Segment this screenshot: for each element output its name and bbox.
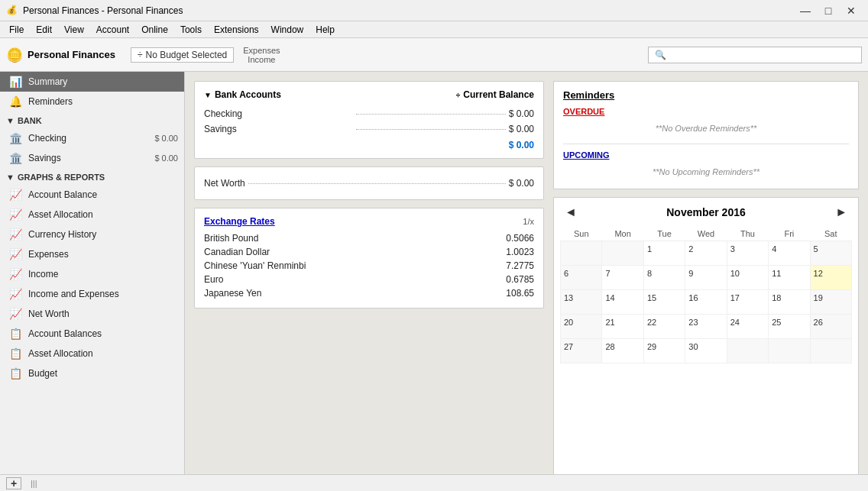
- minimize-button[interactable]: —: [795, 3, 816, 18]
- close-button[interactable]: ✕: [840, 3, 862, 18]
- search-input[interactable]: [669, 50, 855, 60]
- card-title-left: ▼ Bank Accounts: [204, 89, 281, 100]
- exchange-row-value: 0.5066: [506, 233, 534, 244]
- calendar-day-cell[interactable]: 23: [685, 315, 727, 339]
- calendar-day-cell[interactable]: 5: [810, 241, 851, 266]
- calendar-day-cell[interactable]: 21: [602, 315, 643, 339]
- sidebar-item-currency-history[interactable]: 📈 Currency History: [0, 225, 184, 244]
- budget-selector[interactable]: ÷ No Budget Selected: [131, 47, 234, 63]
- bank-row-dots: [356, 129, 505, 130]
- menu-item-window[interactable]: Window: [265, 23, 310, 37]
- asset-allocation-icon: 📈: [9, 208, 22, 221]
- calendar-day-cell[interactable]: 28: [602, 339, 643, 363]
- calendar-day-header: Thu: [727, 227, 768, 241]
- sidebar-item-net-worth[interactable]: 📈 Net Worth: [0, 304, 184, 324]
- bank-row-value: $ 0.00: [509, 124, 534, 134]
- asset-allocation2-label: Asset Allocation: [28, 348, 178, 359]
- menu-item-account[interactable]: Account: [90, 23, 135, 37]
- calendar-day-header: Fri: [769, 227, 810, 241]
- add-button[interactable]: +: [6, 477, 21, 489]
- calendar-day-cell[interactable]: 17: [727, 290, 768, 315]
- calendar-day-cell[interactable]: 12: [810, 266, 851, 290]
- calendar-title: November 2016: [666, 206, 746, 218]
- checking-value: $ 0.00: [154, 134, 178, 143]
- calendar-day-cell[interactable]: 8: [643, 266, 685, 290]
- exchange-row-name: British Pound: [204, 233, 258, 244]
- calendar-day-cell[interactable]: 6: [561, 266, 602, 290]
- calendar-day-cell[interactable]: 25: [769, 315, 810, 339]
- calendar-day-cell[interactable]: 7: [602, 266, 643, 290]
- calendar-next-button[interactable]: ►: [831, 204, 852, 221]
- calendar-day-cell[interactable]: 9: [685, 266, 727, 290]
- calendar-day-cell[interactable]: 3: [727, 241, 768, 266]
- calendar-day-cell[interactable]: 2: [685, 241, 727, 266]
- calendar-day-cell: [769, 339, 810, 363]
- sidebar-item-expenses[interactable]: 📈 Expenses: [0, 244, 184, 264]
- sidebar-item-asset-allocation[interactable]: 📈 Asset Allocation: [0, 205, 184, 225]
- rate-label: 1/x: [523, 217, 534, 226]
- calendar-day-cell[interactable]: 22: [643, 315, 685, 339]
- menu-item-edit[interactable]: Edit: [30, 23, 58, 37]
- sidebar-item-checking[interactable]: 🏛️ Checking $ 0.00: [0, 128, 184, 148]
- sidebar-item-savings[interactable]: 🏛️ Savings $ 0.00: [0, 148, 184, 168]
- calendar-day-cell[interactable]: 18: [769, 290, 810, 315]
- net-worth-card: Net Worth $ 0.00: [194, 166, 544, 200]
- calendar-day-header: Wed: [685, 227, 727, 241]
- sidebar-item-income-expenses[interactable]: 📈 Income and Expenses: [0, 284, 184, 304]
- calendar-day-cell[interactable]: 30: [685, 339, 727, 363]
- sidebar-item-account-balances[interactable]: 📋 Account Balances: [0, 324, 184, 344]
- expenses-label: Expenses: [243, 46, 280, 55]
- sidebar-section-graphs[interactable]: ▼ GRAPHS & REPORTS: [0, 168, 184, 185]
- menu-item-tools[interactable]: Tools: [174, 23, 208, 37]
- sidebar-item-budget[interactable]: 📋 Budget: [0, 363, 184, 383]
- calendar-day-cell[interactable]: 14: [602, 290, 643, 315]
- title-bar: 💰 Personal Finances - Personal Finances …: [0, 0, 868, 21]
- calendar-day-cell[interactable]: 13: [561, 290, 602, 315]
- income-label: Income: [28, 269, 178, 279]
- exchange-row-value: 108.65: [506, 288, 534, 299]
- exchange-row-value: 7.2775: [506, 260, 534, 271]
- menu-item-file[interactable]: File: [3, 23, 30, 37]
- menu-item-view[interactable]: View: [58, 23, 90, 37]
- menu-item-help[interactable]: Help: [309, 23, 341, 37]
- calendar-day-cell[interactable]: 26: [810, 315, 851, 339]
- calendar-day-cell[interactable]: 19: [810, 290, 851, 315]
- calendar-day-cell: [561, 241, 602, 266]
- chevron-down-icon: ▼: [6, 173, 15, 182]
- calendar-day-cell[interactable]: 11: [769, 266, 810, 290]
- savings-label: Savings: [28, 153, 148, 163]
- maximize-button[interactable]: □: [818, 3, 839, 18]
- bank-row-dots: [356, 114, 505, 115]
- sidebar-item-account-balance[interactable]: 📈 Account Balance: [0, 185, 184, 205]
- sidebar: 📊 Summary 🔔 Reminders ▼ BANK 🏛️ Checking…: [0, 72, 185, 491]
- calendar-day-cell[interactable]: 27: [561, 339, 602, 363]
- asset-allocation2-icon: 📋: [9, 347, 22, 360]
- sidebar-section-bank[interactable]: ▼ BANK: [0, 111, 184, 128]
- budget-icon: 📋: [9, 367, 22, 380]
- sidebar-item-summary[interactable]: 📊 Summary: [0, 72, 184, 92]
- bank-total-value: $ 0.00: [509, 140, 534, 150]
- checking-icon: 🏛️: [9, 132, 22, 144]
- search-bar[interactable]: 🔍: [648, 47, 862, 63]
- calendar-card: ◄ November 2016 ► SunMonTueWedThuFriSat …: [553, 197, 859, 482]
- calendar-day-cell[interactable]: 10: [727, 266, 768, 290]
- bank-total-row: $ 0.00: [204, 137, 534, 150]
- menu-item-extensions[interactable]: Extensions: [208, 23, 265, 37]
- calendar-day-cell[interactable]: 16: [685, 290, 727, 315]
- calendar-day-cell[interactable]: 20: [561, 315, 602, 339]
- overdue-empty: **No Overdue Reminders**: [563, 119, 849, 137]
- exchange-rates-title[interactable]: Exchange Rates: [204, 216, 275, 227]
- savings-value: $ 0.00: [154, 153, 178, 163]
- logo-text: Personal Finances: [28, 49, 115, 60]
- sidebar-item-asset-allocation2[interactable]: 📋 Asset Allocation: [0, 344, 184, 363]
- calendar-day-cell[interactable]: 15: [643, 290, 685, 315]
- exchange-row-name: Canadian Dollar: [204, 247, 270, 257]
- sidebar-item-reminders[interactable]: 🔔 Reminders: [0, 92, 184, 111]
- calendar-day-cell[interactable]: 24: [727, 315, 768, 339]
- calendar-day-cell[interactable]: 1: [643, 241, 685, 266]
- calendar-prev-button[interactable]: ◄: [560, 204, 581, 221]
- sidebar-item-income[interactable]: 📈 Income: [0, 264, 184, 284]
- calendar-day-cell[interactable]: 4: [769, 241, 810, 266]
- calendar-day-cell[interactable]: 29: [643, 339, 685, 363]
- menu-item-online[interactable]: Online: [135, 23, 174, 37]
